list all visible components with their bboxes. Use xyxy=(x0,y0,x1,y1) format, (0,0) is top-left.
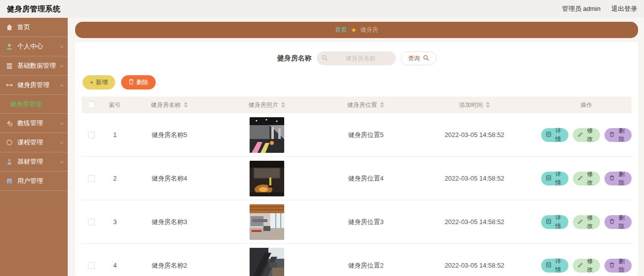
cell-gym-location: 健身房位置5 xyxy=(324,131,408,139)
edit-button[interactable]: 修改 xyxy=(573,128,600,142)
edit-button-label: 修改 xyxy=(585,170,595,187)
row-checkbox[interactable] xyxy=(88,262,95,269)
select-all-checkbox[interactable] xyxy=(88,101,95,108)
sort-icon[interactable] xyxy=(281,102,285,108)
cell-gym-name: 健身房名称2 xyxy=(129,261,210,270)
sort-icon[interactable] xyxy=(486,102,490,108)
table-row: 3 健身房名称3 xyxy=(82,200,632,244)
sort-icon[interactable] xyxy=(380,102,384,108)
document-icon xyxy=(546,219,551,226)
remove-button[interactable]: 删除 xyxy=(604,172,632,185)
chevron-down-icon xyxy=(60,158,64,166)
sidebar-item-gym-management[interactable]: 健身房管理 xyxy=(0,76,68,95)
search-input[interactable] xyxy=(317,51,396,65)
content-card: 健身房名称 查询 + 新增 xyxy=(75,42,638,276)
home-icon xyxy=(6,24,13,31)
sidebar-item-equipment-management[interactable]: 器材管理 xyxy=(0,152,68,172)
delete-button[interactable]: 删除 xyxy=(121,75,156,90)
trash-icon xyxy=(609,219,614,226)
chevron-up-icon xyxy=(60,82,64,89)
sidebar-item-label: 基础数据管理 xyxy=(17,61,56,70)
query-button-label: 查询 xyxy=(408,54,420,63)
pencil-icon xyxy=(578,262,583,269)
logout-link[interactable]: 退出登录 xyxy=(611,4,637,13)
cell-gym-name: 健身房名称4 xyxy=(129,174,210,183)
column-header-label: 添加时间 xyxy=(459,101,483,109)
cell-index: 1 xyxy=(101,131,129,138)
detail-button-label: 详情 xyxy=(553,257,563,274)
edit-button[interactable]: 修改 xyxy=(573,259,600,273)
search-label: 健身房名称 xyxy=(277,54,312,63)
column-header-time[interactable]: 添加时间 xyxy=(408,101,541,109)
trash-icon xyxy=(609,132,614,138)
sort-icon[interactable] xyxy=(184,102,188,108)
table-header-row: 索引 健身房名称 健身房照片 健身房位置 添加时间 操作 xyxy=(82,96,632,113)
sidebar-item-label: 健身房管理 xyxy=(17,81,49,90)
detail-button[interactable]: 详情 xyxy=(541,172,568,185)
chevron-down-icon xyxy=(60,43,64,50)
sidebar-item-personal-center[interactable]: 个人中心 xyxy=(0,37,68,56)
cell-added-time: 2022-03-05 14:58:52 xyxy=(408,262,541,269)
edit-button-label: 修改 xyxy=(585,214,595,230)
gym-name-field[interactable] xyxy=(331,55,391,62)
remove-button[interactable]: 删除 xyxy=(604,215,632,229)
detail-button[interactable]: 详情 xyxy=(541,128,568,142)
add-button[interactable]: + 新增 xyxy=(83,75,115,90)
equipment-icon xyxy=(6,158,13,165)
sidebar-item-home[interactable]: 首页 xyxy=(0,18,68,37)
admin-user-label[interactable]: 管理员 admin xyxy=(562,4,601,13)
detail-button[interactable]: 详情 xyxy=(541,259,568,273)
row-checkbox[interactable] xyxy=(88,219,95,226)
coach-icon xyxy=(6,120,13,127)
trash-icon xyxy=(609,262,614,269)
breadcrumb-current: 健身房 xyxy=(360,26,378,34)
breadcrumb: 首页 ★ 健身房 xyxy=(75,22,638,38)
table-row: 2 健身房名称4 xyxy=(82,157,632,200)
sidebar-item-course-management[interactable]: 课程管理 xyxy=(0,133,68,152)
sidebar-item-coach-management[interactable]: 教练管理 xyxy=(0,114,68,133)
document-icon xyxy=(546,132,551,138)
sidebar-subitem-gym-management-active[interactable]: 健身房管理 xyxy=(0,95,68,114)
row-checkbox[interactable] xyxy=(88,175,95,182)
cell-added-time: 2022-03-05 14:58:52 xyxy=(408,218,541,226)
gym-table: 索引 健身房名称 健身房照片 健身房位置 添加时间 操作 xyxy=(82,96,632,276)
column-header-label: 健身房名称 xyxy=(151,101,181,109)
trash-icon xyxy=(609,175,614,182)
add-button-label: 新增 xyxy=(96,78,108,87)
sidebar-item-user-management[interactable]: 用户管理 xyxy=(0,172,68,191)
detail-button-label: 详情 xyxy=(553,127,563,143)
edit-button[interactable]: 修改 xyxy=(573,172,600,185)
remove-button[interactable]: 删除 xyxy=(604,259,632,273)
detail-button-label: 详情 xyxy=(553,214,563,230)
course-icon xyxy=(6,139,13,146)
query-button[interactable]: 查询 xyxy=(401,51,436,65)
document-icon xyxy=(546,262,551,269)
cell-gym-name: 健身房名称3 xyxy=(129,218,210,227)
cell-gym-location: 健身房位置4 xyxy=(324,174,408,183)
pencil-icon xyxy=(578,132,583,138)
column-header-location[interactable]: 健身房位置 xyxy=(324,101,408,109)
gym-photo xyxy=(250,161,284,196)
cell-added-time: 2022-03-05 14:58:52 xyxy=(408,131,541,138)
chevron-down-icon xyxy=(60,62,64,70)
edit-button[interactable]: 修改 xyxy=(573,215,600,229)
cell-gym-name: 健身房名称5 xyxy=(129,131,210,139)
column-header-photo[interactable]: 健身房照片 xyxy=(210,101,324,109)
document-icon xyxy=(546,175,551,182)
remove-button-label: 删除 xyxy=(616,214,627,230)
remove-button-label: 删除 xyxy=(616,170,627,187)
sidebar-item-base-data[interactable]: 基础数据管理 xyxy=(0,56,68,76)
trash-icon xyxy=(129,79,134,86)
row-checkbox[interactable] xyxy=(88,132,95,138)
plus-icon: + xyxy=(90,79,93,86)
main-content: 首页 ★ 健身房 健身房名称 查询 + 新增 xyxy=(68,18,644,276)
remove-button[interactable]: 删除 xyxy=(604,128,632,142)
column-header-ops: 操作 xyxy=(541,101,632,109)
breadcrumb-home-link[interactable]: 首页 xyxy=(335,26,347,34)
column-header-name[interactable]: 健身房名称 xyxy=(129,101,210,109)
detail-button[interactable]: 详情 xyxy=(541,215,568,229)
users-icon xyxy=(6,178,13,184)
gym-photo xyxy=(250,248,284,276)
database-icon xyxy=(6,62,13,69)
app-title: 健身房管理系统 xyxy=(7,4,61,14)
